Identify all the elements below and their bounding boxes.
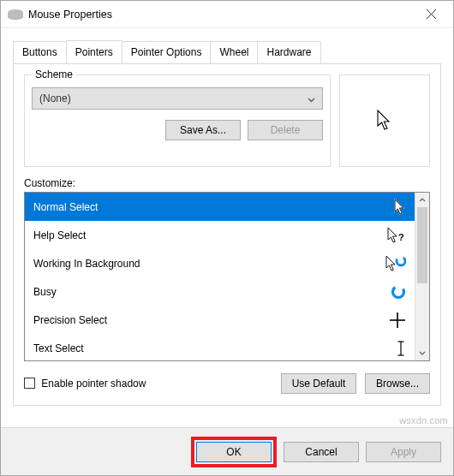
use-default-button[interactable]: Use Default <box>281 373 356 394</box>
svg-point-8 <box>397 257 405 265</box>
scheme-buttons: Save As... Delete <box>32 120 323 140</box>
scroll-thumb[interactable] <box>417 207 427 283</box>
svg-marker-4 <box>395 199 403 214</box>
tab-buttons[interactable]: Buttons <box>13 41 67 64</box>
customize-label: Customize: <box>24 177 430 189</box>
svg-marker-5 <box>388 228 397 242</box>
list-item-label: Working In Background <box>33 258 140 270</box>
precision-cursor-icon <box>389 312 406 329</box>
scheme-selected: (None) <box>39 92 71 104</box>
help-cursor-icon: ? <box>387 227 406 244</box>
list-item-text-select[interactable]: Text Select <box>25 334 415 360</box>
window-title: Mouse Properties <box>28 9 412 21</box>
list-item-label: Precision Select <box>33 314 107 326</box>
titlebar: Mouse Properties <box>1 1 453 28</box>
text-cursor-icon <box>396 340 406 357</box>
list-item-label: Busy <box>33 286 57 298</box>
busy-cursor-icon <box>391 284 406 300</box>
upper-row: Scheme (None) Save As... Delete <box>24 74 430 167</box>
cursor-preview <box>339 74 430 167</box>
svg-marker-7 <box>386 256 395 271</box>
bottom-row: Enable pointer shadow Use Default Browse… <box>24 373 430 394</box>
chevron-down-icon <box>308 98 315 103</box>
list-item-precision[interactable]: Precision Select <box>25 306 415 334</box>
arrow-cursor-icon <box>394 199 406 216</box>
svg-point-9 <box>393 286 404 297</box>
enable-shadow-checkbox[interactable] <box>24 378 35 389</box>
tab-pointers[interactable]: Pointers <box>66 40 122 63</box>
list-item-label: Help Select <box>33 229 86 241</box>
scroll-up-button[interactable] <box>415 193 429 207</box>
arrow-cursor-icon <box>377 110 392 132</box>
list-content: Normal Select Help Select ? Working In B… <box>25 193 415 360</box>
enable-shadow-text: Enable pointer shadow <box>41 378 146 390</box>
list-item-normal-select[interactable]: Normal Select <box>25 193 415 221</box>
delete-button[interactable]: Delete <box>248 120 323 140</box>
scroll-down-button[interactable] <box>415 346 429 360</box>
tab-pointer-options[interactable]: Pointer Options <box>122 41 212 64</box>
apply-button[interactable]: Apply <box>366 442 441 462</box>
list-item-label: Text Select <box>33 342 84 354</box>
tabs: Buttons Pointers Pointer Options Wheel H… <box>1 28 453 63</box>
tab-panel: Scheme (None) Save As... Delete Customi <box>13 63 441 406</box>
svg-text:?: ? <box>398 232 404 242</box>
ok-highlight: OK <box>191 437 277 467</box>
save-as-button[interactable]: Save As... <box>165 120 241 140</box>
list-item-help-select[interactable]: Help Select ? <box>25 221 415 249</box>
scheme-select[interactable]: (None) <box>32 87 323 110</box>
chevron-down-icon <box>419 351 426 355</box>
svg-marker-2 <box>378 110 389 129</box>
scrollbar[interactable] <box>415 193 429 360</box>
cancel-button[interactable]: Cancel <box>284 442 359 462</box>
mouse-properties-window: Mouse Properties Buttons Pointers Pointe… <box>0 0 454 476</box>
list-item-label: Normal Select <box>33 201 98 213</box>
close-button[interactable] <box>412 3 450 25</box>
working-cursor-icon <box>385 255 406 272</box>
mouse-icon <box>8 9 23 20</box>
scheme-fieldset: Scheme (None) Save As... Delete <box>24 74 331 167</box>
scroll-track[interactable] <box>415 207 429 346</box>
chevron-up-icon <box>419 198 426 202</box>
list-item-busy[interactable]: Busy <box>25 277 415 306</box>
list-item-working-bg[interactable]: Working In Background <box>25 249 415 277</box>
close-icon <box>427 9 436 19</box>
tab-wheel[interactable]: Wheel <box>210 41 258 64</box>
enable-shadow-label[interactable]: Enable pointer shadow <box>24 378 146 390</box>
scheme-legend: Scheme <box>32 68 76 80</box>
watermark: wsxdn.com <box>399 415 448 425</box>
dialog-footer: OK Cancel Apply <box>1 427 453 475</box>
browse-button[interactable]: Browse... <box>365 373 430 394</box>
tab-hardware[interactable]: Hardware <box>257 41 320 64</box>
ok-button[interactable]: OK <box>196 442 272 462</box>
customize-listbox: Normal Select Help Select ? Working In B… <box>24 192 430 361</box>
